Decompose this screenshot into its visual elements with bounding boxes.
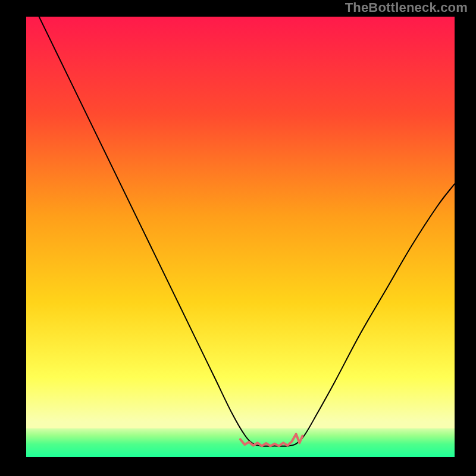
series-bottleneck-curve (39, 17, 455, 446)
chart-frame: TheBottleneck.com (0, 0, 476, 476)
watermark-text: TheBottleneck.com (345, 0, 468, 15)
series-valley-noise (240, 434, 302, 446)
curve-layer (26, 17, 455, 457)
plot-area (26, 17, 455, 457)
